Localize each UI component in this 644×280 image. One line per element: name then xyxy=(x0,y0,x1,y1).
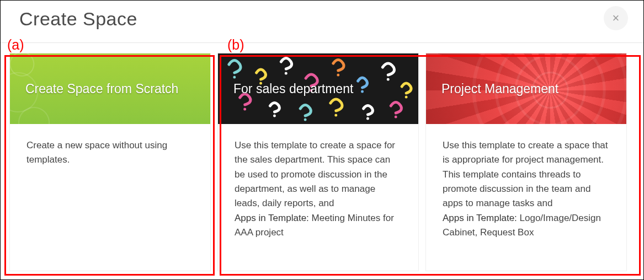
card-body: Create a new space without using templat… xyxy=(10,124,210,182)
card-body: Use this template to create a space for … xyxy=(218,124,418,254)
card-description: Create a new space without using templat… xyxy=(26,140,167,165)
dialog-header: Create Space × xyxy=(1,1,643,43)
template-card-row: Create Space from Scratch Create a new s… xyxy=(1,43,643,280)
card-title: Project Management xyxy=(441,82,558,96)
apps-in-template-label: Apps in Template: xyxy=(235,213,312,223)
card-create-from-scratch[interactable]: Create Space from Scratch Create a new s… xyxy=(9,53,211,271)
card-title: Create Space from Scratch xyxy=(25,82,178,96)
card-header: Create Space from Scratch xyxy=(10,53,210,124)
card-header: Project Management xyxy=(426,53,626,124)
apps-in-template-label: Apps in Template: xyxy=(443,213,520,223)
card-header: For sales department xyxy=(218,53,418,124)
card-body: Use this template to create a space that… xyxy=(426,124,626,254)
card-description: Use this template to create a space that… xyxy=(443,140,608,208)
card-title: For sales department xyxy=(233,82,353,96)
close-icon: × xyxy=(613,11,620,25)
close-button[interactable]: × xyxy=(604,6,628,30)
dialog-title: Create Space xyxy=(19,8,137,30)
card-description: Use this template to create a space for … xyxy=(235,140,395,208)
card-project-management[interactable]: Project Management Use this template to … xyxy=(425,53,627,271)
card-for-sales-department[interactable]: For sales department Use this template t… xyxy=(217,53,419,271)
